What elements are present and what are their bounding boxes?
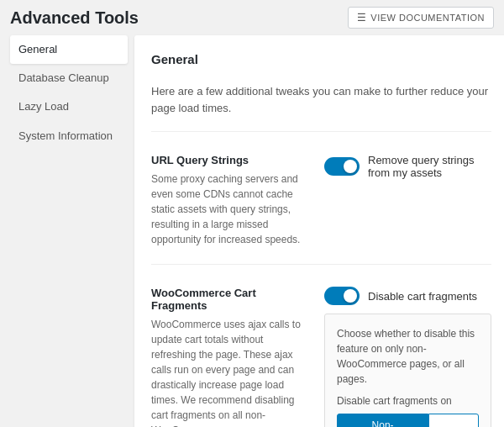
url-query-strings-description: URL Query Strings Some proxy caching ser… — [151, 154, 311, 247]
sidebar-item-system-information[interactable]: System Information — [10, 122, 128, 150]
sidebar-item-lazy-load[interactable]: Lazy Load — [10, 92, 128, 121]
doc-icon: ☰ — [357, 12, 367, 24]
cart-fragments-control: Disable cart fragments Choose whether to… — [324, 287, 491, 427]
cart-fragments-toggle-row: Disable cart fragments — [324, 287, 491, 305]
sidebar: General Database Cleanup Lazy Load Syste… — [10, 35, 128, 427]
sidebar-item-database-cleanup[interactable]: Database Cleanup — [10, 64, 128, 92]
cart-fragments-description: WooCommerce Cart Fragments WooCommerce u… — [151, 287, 311, 427]
toggle-thumb — [344, 160, 357, 173]
cart-fragments-section: WooCommerce Cart Fragments WooCommerce u… — [151, 278, 491, 427]
cart-box-label: Disable cart fragments on — [337, 395, 479, 407]
tab-non-woocommerce[interactable]: Non-WooCommerce Pages — [337, 414, 428, 427]
url-query-strings-label: URL Query Strings — [151, 154, 311, 166]
content-area: General Here are a few additional tweaks… — [134, 35, 504, 427]
cart-fragments-desc-text: WooCommerce uses ajax calls to update ca… — [151, 317, 311, 427]
main-layout: General Database Cleanup Lazy Load Syste… — [0, 35, 504, 427]
content-title: General — [151, 52, 491, 73]
divider-1 — [151, 131, 491, 132]
url-query-strings-control: Remove query strings from my assets — [324, 154, 491, 247]
toggle-thumb-2 — [344, 289, 357, 303]
sidebar-item-general[interactable]: General — [10, 35, 128, 64]
url-query-strings-toggle-row: Remove query strings from my assets — [324, 154, 491, 179]
page-title: Advanced Tools — [10, 8, 139, 28]
page-header: Advanced Tools ☰ VIEW DOCUMENTATION — [0, 0, 504, 35]
cart-fragments-toggle-label: Disable cart fragments — [368, 290, 477, 303]
cart-fragment-tabs: Non-WooCommerce Pages All Pages — [337, 414, 479, 427]
url-query-strings-toggle-label: Remove query strings from my assets — [368, 154, 491, 179]
url-query-strings-toggle[interactable] — [324, 157, 360, 176]
cart-box-desc: Choose whether to disable this feature o… — [337, 326, 479, 387]
cart-fragments-box: Choose whether to disable this feature o… — [324, 314, 491, 427]
url-query-strings-section: URL Query Strings Some proxy caching ser… — [151, 145, 491, 247]
view-docs-button[interactable]: ☰ VIEW DOCUMENTATION — [348, 7, 494, 29]
cart-fragments-label: WooCommerce Cart Fragments — [151, 287, 311, 312]
url-query-strings-desc-text: Some proxy caching servers and even some… — [151, 171, 311, 247]
view-docs-label: VIEW DOCUMENTATION — [370, 13, 485, 23]
divider-2 — [151, 264, 491, 265]
tab-all-pages[interactable]: All Pages — [428, 414, 479, 427]
intro-text: Here are a few additional tweaks you can… — [151, 83, 491, 116]
cart-fragments-toggle[interactable] — [324, 287, 360, 305]
